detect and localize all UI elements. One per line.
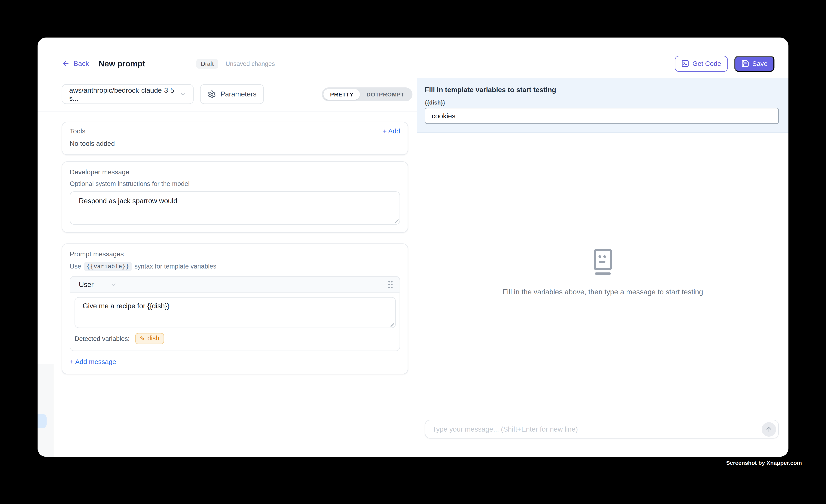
tools-title: Tools — [70, 128, 85, 135]
parameters-button[interactable]: Parameters — [200, 84, 264, 104]
add-message-button[interactable]: + Add message — [70, 358, 116, 366]
chevron-down-icon — [111, 281, 117, 288]
left-rail-active-item[interactable] — [38, 414, 47, 428]
left-rail-strip — [38, 364, 54, 457]
pencil-icon: ✎ — [140, 335, 145, 342]
variable-label-dish: {{dish}} — [425, 99, 779, 106]
hint-prefix: Use — [70, 263, 81, 270]
variables-panel-title: Fill in template variables to start test… — [425, 86, 779, 94]
chat-footer — [417, 412, 788, 457]
model-selector[interactable]: aws/anthropic/bedrock-claude-3-5-s... — [62, 84, 194, 104]
developer-message-section: Developer message Optional system instru… — [62, 162, 408, 233]
message-content-textarea[interactable]: Give me a recipe for {{dish}} — [74, 297, 396, 328]
page-title: New prompt — [99, 59, 145, 68]
editor-scroll-area: Tools + Add No tools added Developer mes… — [38, 112, 417, 374]
parameters-label: Parameters — [220, 90, 256, 98]
chat-message-input[interactable] — [425, 420, 778, 438]
variable-value-input[interactable] — [425, 108, 779, 124]
developer-message-textarea[interactable]: Respond as jack sparrow would — [70, 191, 400, 225]
variable-syntax-hint: Use {{variable}} syntax for template var… — [70, 262, 400, 271]
prompt-messages-title: Prompt messages — [70, 250, 400, 258]
save-icon — [741, 60, 749, 68]
chevron-down-icon — [179, 90, 186, 98]
status-badge: Draft — [196, 59, 219, 68]
screenshot-canvas: Back New prompt Draft Unsaved changes Ge… — [0, 0, 826, 504]
main-split: aws/anthropic/bedrock-claude-3-5-s... Pa… — [38, 78, 788, 457]
variable-name: dish — [148, 334, 159, 342]
save-label: Save — [752, 60, 767, 67]
unsaved-changes-text: Unsaved changes — [226, 60, 275, 67]
empty-state-text: Fill in the variables above, then type a… — [503, 288, 703, 296]
detected-variables-row: Detected variables: ✎ dish — [70, 328, 400, 351]
template-variables-panel: Fill in template variables to start test… — [417, 78, 788, 133]
prompt-messages-section: Prompt messages Use {{variable}} syntax … — [62, 243, 408, 374]
robot-face-icon — [594, 249, 612, 276]
chat-input-container — [425, 420, 779, 439]
editor-toolbar: aws/anthropic/bedrock-claude-3-5-s... Pa… — [38, 78, 417, 112]
model-selector-value: aws/anthropic/bedrock-claude-3-5-s... — [69, 86, 179, 102]
developer-message-title: Developer message — [70, 168, 400, 176]
variable-badge-dish[interactable]: ✎ dish — [135, 333, 164, 344]
send-button[interactable] — [762, 422, 776, 436]
test-pane: Fill in template variables to start test… — [417, 78, 788, 457]
save-button[interactable]: Save — [734, 56, 775, 72]
developer-message-subtitle: Optional system instructions for the mod… — [70, 180, 400, 188]
toggle-pretty[interactable]: PRETTY — [323, 89, 360, 100]
prompt-editor-window: Back New prompt Draft Unsaved changes Ge… — [38, 38, 788, 457]
watermark-text: Screenshot by Xnapper.com — [726, 459, 802, 466]
variable-syntax-chip: {{variable}} — [84, 262, 132, 271]
back-arrow-icon — [62, 60, 70, 68]
role-value: User — [79, 280, 94, 289]
get-code-button[interactable]: Get Code — [675, 56, 727, 72]
editor-pane: aws/anthropic/bedrock-claude-3-5-s... Pa… — [38, 78, 417, 457]
arrow-up-icon — [765, 426, 772, 433]
chat-empty-state: Fill in the variables above, then type a… — [417, 133, 788, 412]
message-block: User Give me a recipe for {{d — [70, 276, 400, 351]
terminal-icon — [681, 60, 689, 68]
add-tool-button[interactable]: + Add — [383, 128, 400, 135]
role-selector[interactable]: User — [79, 280, 117, 289]
back-link[interactable]: Back — [62, 60, 89, 68]
drag-handle-icon[interactable] — [387, 279, 394, 290]
message-header: User — [70, 276, 400, 293]
tools-empty-text: No tools added — [70, 140, 400, 147]
tools-section: Tools + Add No tools added — [62, 122, 408, 155]
hint-suffix: syntax for template variables — [134, 263, 216, 270]
get-code-label: Get Code — [693, 60, 721, 67]
view-mode-toggle: PRETTY DOTPROMPT — [322, 87, 412, 101]
gear-icon — [208, 90, 216, 99]
header: Back New prompt Draft Unsaved changes Ge… — [38, 38, 788, 78]
detected-variables-label: Detected variables: — [74, 335, 130, 342]
toggle-dotprompt[interactable]: DOTPROMPT — [360, 89, 411, 100]
back-label: Back — [73, 60, 89, 68]
